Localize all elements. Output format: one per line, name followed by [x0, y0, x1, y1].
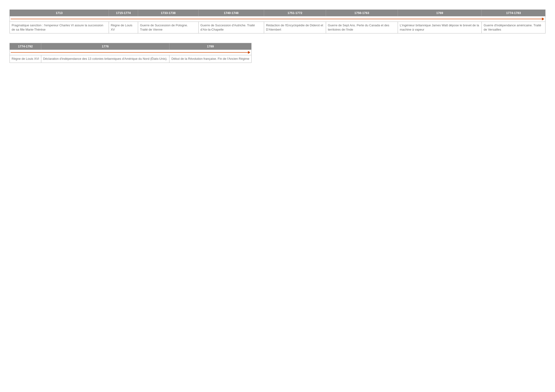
content-cell-1751: Rédaction de l'Encyclopédie de Diderot e… [264, 22, 326, 33]
content-cell-1715: Règne de Louis XV [109, 22, 138, 33]
text-1751: Rédaction de l'Encyclopédie de Diderot e… [266, 23, 324, 32]
text-1774b: Règne de Louis XVI [12, 57, 39, 61]
content-cell-1774b: Règne de Louis XVI [10, 55, 41, 63]
content-cell-1733: Guerre de Succession de Pologne. Traité … [138, 22, 198, 33]
content-row-1: Pragmatique sanction : l'empereur Charle… [10, 22, 546, 33]
content-cell-1774a: Guerre d'indépendance américaine. Traité… [482, 22, 546, 33]
text-1789: Début de la Révolution française. Fin de… [171, 57, 249, 61]
text-1740: Guerre de Succession d'Autriche. Traité … [200, 23, 262, 32]
header-cell-1756: 1756-1763 [326, 10, 398, 16]
header-row-2: 1774-1792 1776 1789 [10, 43, 252, 50]
header-cell-1713: 1713 [10, 10, 109, 16]
arrow-span-1 [10, 16, 546, 22]
timeline-section-2: 1774-1792 1776 1789 Règne de Louis XVI [9, 43, 546, 63]
timeline-table-1: 1713 1715-1774 1733-1738 1740-1748 1751-… [9, 9, 546, 33]
header-cell-1776: 1776 [41, 43, 169, 50]
header-cell-1751: 1751-1772 [264, 10, 326, 16]
header-cell-1789: 1789 [169, 43, 251, 50]
content-cell-1776: Déclaration d'indépendance des 13 coloni… [41, 55, 169, 63]
header-cell-1769: 1769 [398, 10, 482, 16]
content-cell-1789: Début de la Révolution française. Fin de… [169, 55, 251, 63]
header-row-1: 1713 1715-1774 1733-1738 1740-1748 1751-… [10, 10, 546, 16]
text-1769: L'ingénieur britannique James Watt dépos… [400, 23, 480, 32]
header-cell-1715: 1715-1774 [109, 10, 138, 16]
timeline-section-1: 1713 1715-1774 1733-1738 1740-1748 1751-… [9, 9, 546, 33]
header-cell-1733: 1733-1738 [138, 10, 198, 16]
content-cell-1713: Pragmatique sanction : l'empereur Charle… [10, 22, 109, 33]
text-1713: Pragmatique sanction : l'empereur Charle… [12, 23, 107, 32]
text-1776: Déclaration d'indépendance des 13 coloni… [43, 57, 168, 61]
content-cell-1740: Guerre de Succession d'Autriche. Traité … [198, 22, 264, 33]
text-1756: Guerre de Sept Ans. Perte du Canada et d… [328, 23, 396, 32]
text-1715: Règne de Louis XV [111, 23, 136, 32]
header-cell-1740: 1740-1748 [198, 10, 264, 16]
text-1774a: Guerre d'indépendance américaine. Traité… [484, 23, 543, 32]
arrow-row-1 [10, 16, 546, 22]
header-cell-1774: 1774-1783 [482, 10, 546, 16]
header-cell-1774b: 1774-1792 [10, 43, 41, 50]
timeline-table-2: 1774-1792 1776 1789 Règne de Louis XVI [9, 43, 252, 63]
text-1733: Guerre de Succession de Pologne. Traité … [140, 23, 197, 32]
content-row-2: Règne de Louis XVI Déclaration d'indépen… [10, 55, 252, 63]
content-cell-1756: Guerre de Sept Ans. Perte du Canada et d… [326, 22, 398, 33]
content-cell-1769: L'ingénieur britannique James Watt dépos… [398, 22, 482, 33]
arrow-span-2 [10, 50, 252, 55]
arrow-row-2 [10, 50, 252, 55]
